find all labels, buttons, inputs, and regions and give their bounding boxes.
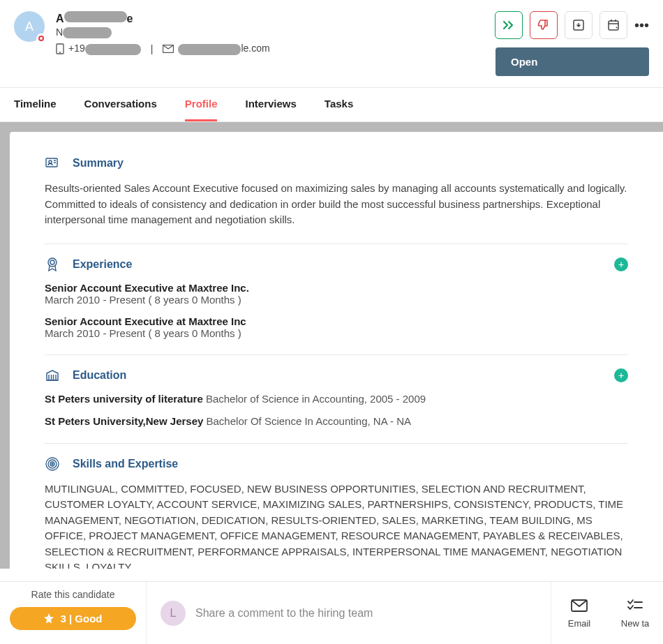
status-label: Open <box>511 56 537 68</box>
experience-section: Experience + Senior Account Executive at… <box>45 257 628 339</box>
add-experience-button[interactable]: + <box>614 257 628 271</box>
email-action[interactable]: Email <box>551 582 607 644</box>
section-divider <box>45 244 628 244</box>
header-actions: ••• <box>495 11 649 39</box>
summary-section: Summary Results-oriented Sales Account E… <box>45 156 628 228</box>
summary-title: Summary <box>73 157 124 170</box>
svg-point-13 <box>48 258 57 267</box>
skills-body: MUTILINGUAL, COMMITTED, FOCUSED, NEW BUS… <box>45 481 628 569</box>
header-actions-wrap: ••• Open <box>495 11 649 76</box>
avatar-status-badge <box>36 33 46 43</box>
schedule-button[interactable] <box>599 11 627 39</box>
svg-rect-4 <box>609 21 618 30</box>
advance-button[interactable] <box>495 11 523 39</box>
commenter-avatar: L <box>161 601 186 626</box>
rating-panel: Rate this candidate 3 | Good <box>0 582 147 644</box>
contact-row: +19 | le.com <box>56 43 270 54</box>
education-item: St Peters university of literature Bache… <box>45 393 628 405</box>
tabs-bar: Timeline Conversations Profile Interview… <box>0 87 663 122</box>
education-item: St Peters University,New Jersey Bachelor… <box>45 415 628 428</box>
comment-input[interactable] <box>195 607 537 620</box>
candidate-subtitle: N <box>56 27 270 38</box>
reject-button[interactable] <box>530 11 558 39</box>
candidate-avatar[interactable]: A <box>14 11 45 42</box>
archive-button[interactable] <box>565 11 593 39</box>
experience-title: Experience <box>73 258 132 271</box>
svg-point-14 <box>50 260 54 264</box>
education-icon <box>45 368 60 383</box>
archive-icon <box>572 19 585 31</box>
education-title: Education <box>73 369 126 382</box>
email-item[interactable]: le.com <box>163 43 269 54</box>
phone-item[interactable]: +19 <box>56 43 141 54</box>
education-school: St Peters University,New Jersey <box>45 415 203 427</box>
tab-profile[interactable]: Profile <box>185 88 218 121</box>
education-degree: Bachelor of Science in Accounting, 2005 … <box>203 393 426 405</box>
add-education-button[interactable]: + <box>614 368 628 382</box>
svg-point-23 <box>52 463 53 465</box>
experience-icon <box>45 257 60 272</box>
task-icon <box>627 597 643 614</box>
candidate-header: A Ae N +19 | le.com <box>0 0 663 87</box>
star-icon <box>43 613 54 624</box>
skills-section: Skills and Expertise MUTILINGUAL, COMMIT… <box>45 456 628 569</box>
education-degree: Bachelor Of Science In Accounting, NA - … <box>203 415 411 427</box>
svg-point-8 <box>616 27 617 29</box>
tab-conversations[interactable]: Conversations <box>84 88 157 121</box>
new-task-action[interactable]: New ta <box>607 582 663 644</box>
more-actions-button[interactable]: ••• <box>634 17 649 33</box>
email-text: le.com <box>178 43 269 54</box>
skills-title: Skills and Expertise <box>73 458 178 470</box>
experience-dates: March 2010 - Present ( 8 years 0 Months … <box>45 327 628 339</box>
experience-role: Senior Account Executive at Maxtree Inc. <box>45 282 628 294</box>
experience-item: Senior Account Executive at Maxtree Inc … <box>45 315 628 339</box>
education-section: Education + St Peters university of lite… <box>45 368 628 428</box>
rating-button[interactable]: 3 | Good <box>10 607 136 630</box>
calendar-icon <box>607 19 620 31</box>
tab-timeline[interactable]: Timeline <box>14 88 57 121</box>
experience-dates: March 2010 - Present ( 8 years 0 Months … <box>45 294 628 306</box>
rating-value: 3 | Good <box>60 613 102 624</box>
separator: | <box>151 43 154 54</box>
skills-icon <box>45 456 60 472</box>
candidate-info: Ae N +19 | le.com <box>56 11 270 55</box>
candidate-identity: A Ae N +19 | le.com <box>14 11 270 55</box>
phone-text: +19 <box>68 43 141 54</box>
summary-body: Results-oriented Sales Account Executive… <box>45 181 628 228</box>
profile-scroll-area[interactable]: Summary Results-oriented Sales Account E… <box>0 122 663 569</box>
summary-icon <box>45 156 60 171</box>
footer-actions: Email New ta <box>551 582 663 644</box>
experience-item: Senior Account Executive at Maxtree Inc.… <box>45 282 628 306</box>
email-icon <box>571 597 588 614</box>
section-divider <box>45 443 628 444</box>
section-divider <box>45 354 628 355</box>
experience-role: Senior Account Executive at Maxtree Inc <box>45 315 628 327</box>
svg-point-10 <box>49 160 52 163</box>
tab-interviews[interactable]: Interviews <box>245 88 296 121</box>
avatar-letter: A <box>25 20 33 34</box>
advance-icon <box>502 20 515 30</box>
status-dropdown[interactable]: Open <box>496 47 649 76</box>
new-task-label: New ta <box>621 618 649 629</box>
candidate-name: Ae <box>56 11 270 25</box>
comment-panel: L <box>147 582 551 644</box>
education-school: St Peters university of literature <box>45 393 203 405</box>
thumbs-down-icon <box>537 19 550 31</box>
phone-icon <box>56 43 64 54</box>
email-icon <box>163 45 174 53</box>
email-label: Email <box>568 618 591 629</box>
profile-card: Summary Results-oriented Sales Account E… <box>10 132 663 569</box>
tab-tasks[interactable]: Tasks <box>325 88 353 121</box>
footer-bar: Rate this candidate 3 | Good L Email New… <box>0 581 663 644</box>
rating-label: Rate this candidate <box>31 589 115 600</box>
